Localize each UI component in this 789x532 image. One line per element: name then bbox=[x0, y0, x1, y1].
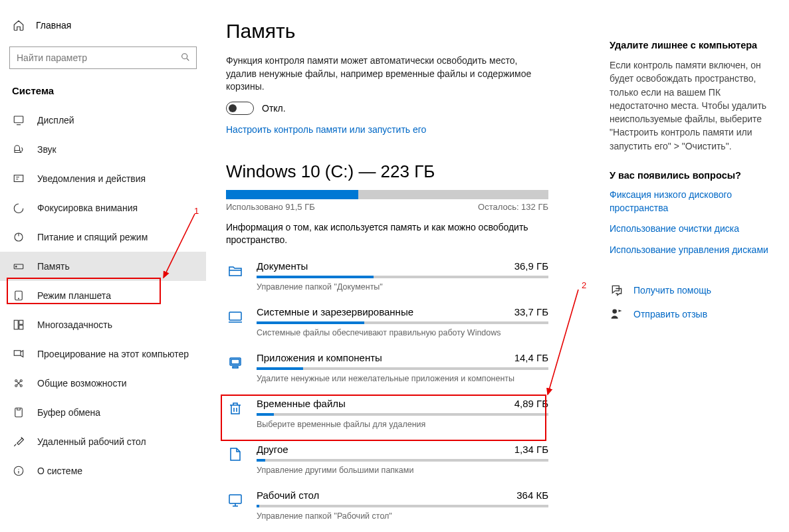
home-nav[interactable]: Главная bbox=[0, 13, 206, 37]
storage-category-5[interactable]: Рабочий стол364 КБ Управление папкой "Ра… bbox=[226, 489, 548, 521]
remote-icon bbox=[12, 435, 25, 448]
storage-icon bbox=[12, 260, 25, 273]
help-link-disk-mgmt[interactable]: Использование управления дисками bbox=[610, 244, 776, 257]
category-size: 4,89 ГБ bbox=[514, 398, 548, 409]
clipboard-icon bbox=[12, 406, 25, 419]
category-desc: Выберите временные файлы для удаления bbox=[257, 420, 548, 429]
svg-rect-11 bbox=[14, 351, 21, 356]
category-size: 36,9 ГБ bbox=[514, 260, 548, 272]
svg-point-0 bbox=[182, 53, 187, 58]
focus-icon bbox=[12, 201, 25, 215]
category-size: 33,7 ГБ bbox=[514, 306, 548, 317]
storage-category-1[interactable]: Системные и зарезервированные33,7 ГБ Сис… bbox=[226, 306, 548, 337]
category-size: 14,4 ГБ bbox=[514, 352, 548, 363]
sidebar-item-9[interactable]: Общие возможности bbox=[0, 369, 206, 398]
feedback-icon bbox=[610, 307, 624, 321]
category-bar bbox=[257, 276, 548, 278]
category-desc: Управление папкой "Документы" bbox=[257, 282, 548, 292]
storage-sense-desc: Функция контроля памяти может автоматиче… bbox=[226, 54, 532, 94]
get-help-label: Получить помощь bbox=[633, 285, 711, 296]
storage-category-4[interactable]: Другое1,34 ГБ Управление другими большим… bbox=[226, 444, 548, 475]
sidebar-item-10[interactable]: Буфер обмена bbox=[0, 398, 206, 427]
sidebar-item-0[interactable]: Дисплей bbox=[0, 106, 206, 135]
help-link-disk-cleanup[interactable]: Использование очистки диска bbox=[610, 222, 776, 236]
info-text: Информация о том, как используется памят… bbox=[226, 221, 532, 247]
sidebar-item-label: Режим планшета bbox=[37, 290, 111, 301]
help-link-low-disk[interactable]: Фиксация низкого дискового пространства bbox=[610, 189, 776, 215]
sidebar-item-5[interactable]: Память bbox=[0, 252, 206, 281]
storage-category-3[interactable]: Временные файлы4,89 ГБ Выберите временны… bbox=[226, 398, 548, 429]
sidebar-item-12[interactable]: О системе bbox=[0, 456, 206, 486]
category-desc: Управление другими большими папками bbox=[257, 466, 548, 475]
tablet-icon bbox=[12, 289, 25, 302]
feedback-row[interactable]: Отправить отзыв bbox=[610, 307, 776, 321]
storage-sense-toggle[interactable] bbox=[226, 102, 254, 115]
svg-rect-9 bbox=[19, 320, 23, 324]
sidebar-item-label: Фокусировка внимания bbox=[37, 203, 138, 213]
trash-icon bbox=[226, 399, 245, 418]
main-content: Память Функция контроля памяти может авт… bbox=[206, 0, 603, 532]
svg-rect-2 bbox=[14, 175, 23, 182]
sidebar-item-3[interactable]: Фокусировка внимания bbox=[0, 193, 206, 222]
category-size: 364 КБ bbox=[516, 489, 548, 501]
sidebar-item-label: Питание и спящий режим bbox=[37, 232, 148, 242]
category-bar bbox=[257, 505, 548, 507]
svg-point-23 bbox=[612, 310, 617, 314]
search-box[interactable] bbox=[9, 46, 197, 69]
other-icon bbox=[226, 445, 245, 464]
category-bar bbox=[257, 413, 548, 416]
svg-rect-16 bbox=[15, 408, 23, 417]
sidebar-item-4[interactable]: Питание и спящий режим bbox=[0, 222, 206, 252]
sidebar-item-label: О системе bbox=[37, 466, 82, 476]
category-name: Временные файлы bbox=[257, 398, 346, 409]
power-icon bbox=[12, 230, 25, 244]
sidebar-item-2[interactable]: Уведомления и действия bbox=[0, 164, 206, 193]
drive-usage-labels: Использовано 91,5 ГБ Осталось: 132 ГБ bbox=[226, 202, 548, 212]
search-input[interactable] bbox=[17, 52, 180, 63]
sidebar-item-label: Общие возможности bbox=[37, 378, 127, 389]
sidebar-item-label: Дисплей bbox=[37, 115, 74, 126]
storage-category-0[interactable]: Документы36,9 ГБ Управление папкой "Доку… bbox=[226, 260, 548, 292]
svg-rect-22 bbox=[229, 495, 241, 503]
sidebar-item-label: Звук bbox=[37, 144, 56, 155]
tip-body: Если контроль памяти включен, он будет о… bbox=[610, 58, 776, 153]
feedback-label: Отправить отзыв bbox=[633, 309, 707, 319]
configure-link[interactable]: Настроить контроль памяти или запустить … bbox=[226, 124, 583, 135]
sidebar-item-label: Буфер обмена bbox=[37, 407, 100, 418]
used-label: Использовано 91,5 ГБ bbox=[226, 202, 315, 212]
page-title: Память bbox=[226, 20, 583, 43]
system-icon bbox=[226, 308, 245, 326]
svg-point-15 bbox=[20, 385, 22, 387]
category-bar bbox=[257, 459, 548, 462]
about-icon bbox=[12, 464, 25, 478]
documents-icon bbox=[226, 262, 245, 280]
search-icon bbox=[180, 52, 191, 64]
sidebar-item-7[interactable]: Многозадачность bbox=[0, 310, 206, 339]
sidebar-item-11[interactable]: Удаленный рабочий стол bbox=[0, 427, 206, 456]
multitask-icon bbox=[12, 318, 25, 331]
svg-rect-1 bbox=[14, 116, 23, 123]
questions-heading: У вас появились вопросы? bbox=[610, 170, 776, 181]
chat-icon bbox=[610, 283, 624, 298]
sidebar-item-1[interactable]: Звук bbox=[0, 135, 206, 164]
toggle-label: Откл. bbox=[262, 103, 286, 114]
apps-icon bbox=[226, 353, 245, 372]
home-label: Главная bbox=[36, 20, 71, 31]
sidebar-item-6[interactable]: Режим планшета bbox=[0, 281, 206, 310]
sidebar-item-label: Многозадачность bbox=[37, 319, 112, 330]
svg-point-7 bbox=[19, 298, 19, 299]
right-panel: Удалите лишнее с компьютера Если контрол… bbox=[603, 0, 789, 532]
category-desc: Управление папкой "Рабочий стол" bbox=[257, 511, 548, 521]
sidebar-item-label: Удаленный рабочий стол bbox=[37, 436, 146, 447]
category-desc: Системные файлы обеспечивают правильную … bbox=[257, 328, 548, 337]
storage-category-2[interactable]: Приложения и компоненты14,4 ГБ Удалите н… bbox=[226, 352, 548, 383]
category-name: Рабочий стол bbox=[257, 489, 319, 501]
svg-point-13 bbox=[20, 380, 22, 382]
svg-point-12 bbox=[15, 380, 17, 382]
get-help-row[interactable]: Получить помощь bbox=[610, 283, 776, 298]
sidebar-item-label: Уведомления и действия bbox=[37, 173, 146, 184]
category-bar bbox=[257, 321, 548, 324]
svg-point-5 bbox=[16, 266, 17, 268]
category-name: Системные и зарезервированные bbox=[257, 306, 413, 317]
sidebar-item-8[interactable]: Проецирование на этот компьютер bbox=[0, 339, 206, 369]
